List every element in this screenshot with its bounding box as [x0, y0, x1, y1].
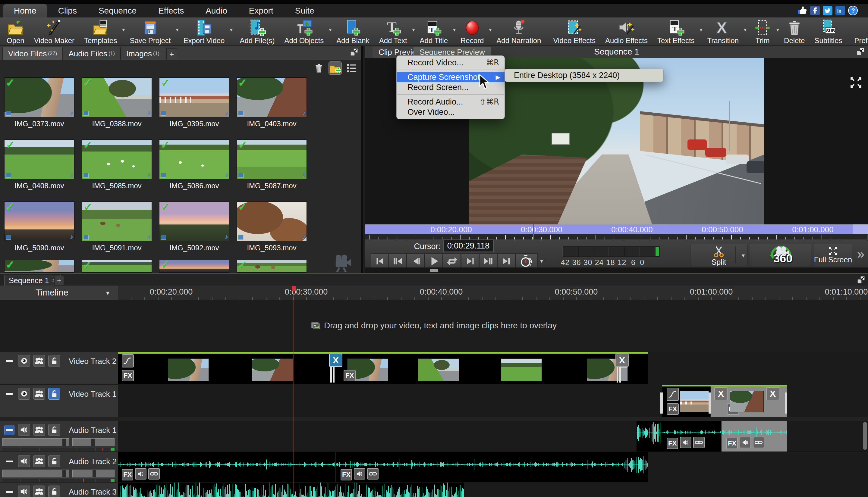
chevron-down-icon[interactable]: ▾: [122, 27, 125, 33]
clip-volume-button[interactable]: [354, 468, 365, 480]
scrollbar-handle[interactable]: [430, 269, 438, 272]
transition-button[interactable]: XTransition▾: [702, 17, 746, 45]
preview-h-scrollbar[interactable]: [365, 268, 868, 273]
menu-tab-export[interactable]: Export: [238, 4, 284, 17]
audio-effects-button[interactable]: Audio Effects: [600, 17, 653, 45]
open-button[interactable]: Open: [2, 17, 29, 45]
chevron-down-icon[interactable]: ▾: [776, 27, 779, 33]
media-file-item[interactable]: ✓♪IMG_0373.mov: [4, 77, 74, 128]
track-audio-button[interactable]: [18, 455, 30, 467]
media-file-item[interactable]: ✓♪IMG_5092.mov: [159, 201, 229, 252]
tab-sequence-1[interactable]: Sequence 1 ×: [4, 275, 60, 286]
fx-badge[interactable]: FX: [344, 370, 356, 381]
audio-clip[interactable]: FX: [662, 421, 721, 452]
media-file-item[interactable]: ✓♪IMG_5086.mov: [159, 140, 229, 190]
popout-icon[interactable]: [856, 47, 865, 56]
file-thumbnail[interactable]: ✓♪: [159, 201, 229, 241]
preview-scrubber[interactable]: 0:00:20.0000:00:30.0000:00:40.0000:00:50…: [365, 224, 868, 234]
audio-clip[interactable]: FX: [118, 452, 335, 482]
mute-track-button[interactable]: [4, 456, 14, 467]
clip-edge-handle[interactable]: [709, 393, 711, 414]
add-sequence-button[interactable]: +: [54, 276, 64, 286]
media-file-item[interactable]: ✓♪IMG_5091.mov: [82, 201, 152, 252]
add-objects-button[interactable]: Add Objects▾: [280, 17, 332, 45]
track-lock-button[interactable]: [48, 485, 60, 497]
track-group-button[interactable]: [33, 424, 45, 436]
timeline-v-scrollbar[interactable]: [863, 422, 867, 450]
menu-item-over-video[interactable]: Over Video...: [397, 107, 505, 117]
add-blank-button[interactable]: Add Blank: [332, 17, 374, 45]
transition-marker[interactable]: X: [766, 387, 780, 400]
templates-button[interactable]: Templates▾: [79, 17, 125, 45]
mode-360-button[interactable]: 360: [750, 244, 811, 266]
split-button[interactable]: Split ▾: [690, 244, 747, 266]
pan-slider[interactable]: [72, 470, 114, 478]
delete-button[interactable]: Delete: [779, 17, 810, 45]
collapse-track-button[interactable]: [4, 389, 14, 399]
menu-item-record-audio[interactable]: Record Audio...⇧⌘R: [397, 97, 505, 107]
timeline-mode-dropdown[interactable]: Timeline ▾: [0, 286, 118, 300]
text-effects-button[interactable]: TText Effects▾: [653, 17, 702, 45]
track-audio-button[interactable]: [18, 424, 30, 436]
fx-badge[interactable]: FX: [122, 469, 133, 480]
loop-button[interactable]: [443, 253, 461, 269]
menu-tab-home[interactable]: Home: [3, 4, 47, 17]
capture-screenshot-submenu[interactable]: Entire Desktop (3584 x 2240): [505, 69, 664, 82]
fx-badge[interactable]: FX: [726, 438, 738, 449]
file-thumbnail-partial[interactable]: ✓: [4, 260, 74, 273]
facebook-icon[interactable]: [810, 6, 820, 15]
add-file-button[interactable]: [328, 61, 342, 75]
split-dropdown[interactable]: ▾: [742, 252, 745, 259]
play-button[interactable]: [425, 253, 443, 269]
file-thumbnail[interactable]: ✓♪: [82, 140, 152, 179]
file-thumbnail-partial[interactable]: ✓: [237, 260, 307, 273]
twitter-icon[interactable]: [823, 6, 832, 15]
add-title-button[interactable]: TAdd Title▾: [415, 17, 456, 45]
video-effects-button[interactable]: Video Effects: [548, 17, 600, 45]
help-icon[interactable]: ?: [848, 6, 858, 15]
next-clip-button[interactable]: [479, 253, 497, 269]
media-file-item[interactable]: ✓♪IMG_5093.mov: [237, 201, 307, 252]
popout-icon[interactable]: [350, 47, 359, 57]
file-thumbnail[interactable]: ✓♪: [237, 201, 307, 241]
timeline-playhead[interactable]: [294, 287, 294, 497]
delete-file-button[interactable]: [312, 61, 325, 75]
mute-track-button[interactable]: [4, 487, 14, 497]
audio-clip-selected[interactable]: FX: [722, 421, 787, 452]
track-lock-button-active[interactable]: [48, 388, 60, 400]
media-file-item[interactable]: ✓♪IMG_5085.mov: [82, 140, 152, 190]
fullscreen-button[interactable]: Full Screen: [814, 244, 852, 266]
fx-badge[interactable]: FX: [667, 403, 679, 415]
volume-slider[interactable]: [2, 470, 69, 478]
list-view-button[interactable]: [345, 61, 358, 75]
menu-tab-audio[interactable]: Audio: [195, 4, 238, 17]
fade-curve-button[interactable]: [122, 354, 134, 368]
go-to-start-button[interactable]: [371, 253, 389, 269]
media-file-item[interactable]: ✓♪IMG_0403.mov: [237, 77, 307, 128]
file-thumbnail[interactable]: ✓♪: [237, 140, 307, 179]
step-back-button[interactable]: [407, 253, 425, 269]
file-thumbnail[interactable]: ✓♪: [159, 140, 229, 179]
transition-marker-active[interactable]: X: [329, 354, 342, 367]
menu-tab-sequence[interactable]: Sequence: [88, 4, 148, 17]
timer-dropdown[interactable]: ▾: [537, 253, 546, 268]
export-video-button[interactable]: Export Video▾: [179, 17, 233, 45]
media-tab-audio-files[interactable]: Audio Files(1): [63, 47, 120, 60]
file-thumbnail[interactable]: ✓♪: [82, 77, 152, 117]
menu-tab-effects[interactable]: Effects: [148, 4, 195, 17]
track-group-button[interactable]: [33, 388, 45, 400]
save-project-button[interactable]: Save Project▾: [125, 17, 179, 45]
file-thumbnail[interactable]: ✓♪: [82, 201, 152, 241]
media-tab-images[interactable]: Images(1): [121, 47, 165, 60]
cursor-time-field[interactable]: 0:00:29.118: [443, 240, 494, 252]
file-thumbnail[interactable]: ✓♪: [4, 77, 74, 117]
clip-volume-button[interactable]: [135, 468, 146, 480]
file-thumbnail-partial[interactable]: ✓: [159, 260, 229, 273]
chevron-down-icon[interactable]: ▾: [176, 27, 179, 33]
chevron-down-icon[interactable]: ▾: [700, 27, 702, 33]
track-audio-button[interactable]: [18, 485, 30, 497]
preview-playhead[interactable]: [533, 224, 534, 240]
collapse-track-button[interactable]: [4, 356, 14, 366]
link-clip-button[interactable]: [367, 468, 379, 480]
more-controls-chevron[interactable]: »: [854, 245, 867, 263]
